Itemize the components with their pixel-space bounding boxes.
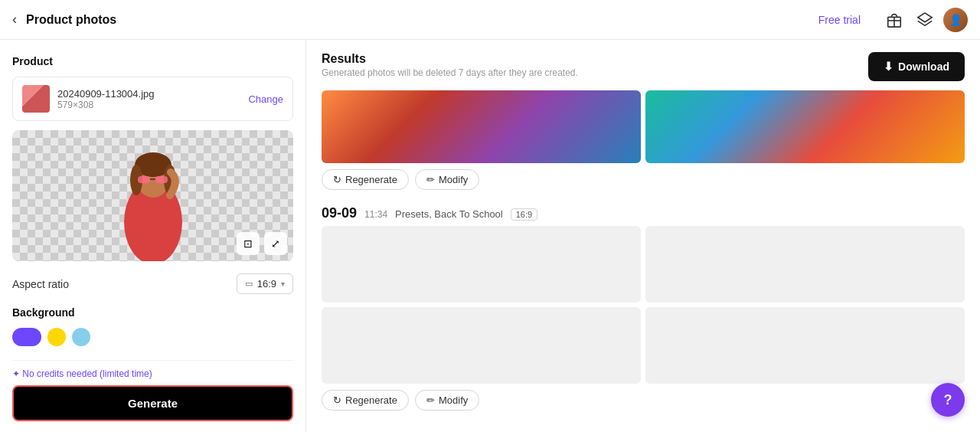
group-time: 11:34 (364, 209, 387, 220)
background-section: Background (12, 306, 293, 352)
regenerate-button-2[interactable]: ↻ Regenerate (322, 390, 409, 411)
modify-label-1: Modify (439, 174, 468, 185)
modify-button-1[interactable]: ✏ Modify (415, 169, 479, 190)
avatar[interactable]: 👤 (943, 8, 968, 32)
regenerate-icon-1: ↻ (333, 174, 341, 185)
color-swatch-blue[interactable] (72, 328, 90, 346)
fullscreen-icon[interactable]: ⤢ (264, 232, 287, 255)
modify-label-2: Modify (439, 394, 468, 406)
result-actions-1: ↻ Regenerate ✏ Modify (322, 169, 965, 190)
aspect-ratio-label: Aspect ratio (12, 278, 237, 290)
modify-icon-1: ✏ (426, 174, 435, 185)
layers-icon[interactable] (913, 8, 937, 32)
result-image-1[interactable] (322, 90, 641, 163)
svg-rect-7 (155, 176, 168, 183)
chevron-down-icon: ▾ (281, 280, 285, 288)
download-label: Download (898, 61, 949, 73)
download-button[interactable]: ⬇ Download (868, 52, 965, 81)
aspect-ratio-row: Aspect ratio ▭ 16:9 ▾ (12, 273, 293, 294)
color-swatch-purple[interactable] (12, 328, 41, 346)
background-section-title: Background (12, 306, 293, 319)
change-button[interactable]: Change (248, 93, 283, 105)
free-trial-link[interactable]: Free trial (818, 14, 861, 26)
help-button[interactable]: ? (931, 383, 965, 417)
product-preview-image (111, 138, 195, 261)
bottom-bar: ✦ No credits needed (limited time) Gener… (12, 360, 293, 432)
group-meta-2: 09-09 11:34 Presets, Back To School 16:9 (322, 205, 965, 221)
page-title: Product photos (26, 13, 818, 27)
left-panel: Product 20240909-113004.jpg 579×308 Chan… (0, 40, 306, 432)
result-image-5[interactable] (322, 307, 641, 384)
credits-note: ✦ No credits needed (limited time) (12, 368, 293, 379)
preview-overlay: ⊡ ⤢ (237, 232, 287, 255)
gift-icon[interactable] (882, 8, 906, 32)
image-preview: ⊡ ⤢ (12, 130, 293, 261)
header: ‹ Product photos Free trial 👤 (0, 0, 980, 40)
results-header-text: Results Generated photos will be deleted… (322, 52, 578, 78)
modify-button-2[interactable]: ✏ Modify (415, 390, 479, 411)
modify-icon-2: ✏ (426, 394, 435, 406)
group-aspect-tag: 16:9 (511, 208, 537, 221)
aspect-ratio-value: 16:9 (257, 278, 276, 290)
result-actions-2: ↻ Regenerate ✏ Modify (322, 390, 965, 411)
expand-icon[interactable]: ⊡ (237, 232, 260, 255)
svg-rect-6 (138, 176, 150, 183)
result-images-row-1 (322, 90, 965, 163)
results-subtitle: Generated photos will be deleted 7 days … (322, 67, 578, 78)
result-group-2: 09-09 11:34 Presets, Back To School 16:9… (322, 205, 965, 411)
result-image-3[interactable] (322, 226, 641, 303)
result-image-4[interactable] (645, 226, 965, 303)
regenerate-label-2: Regenerate (345, 394, 397, 406)
main-layout: Product 20240909-113004.jpg 579×308 Chan… (0, 40, 980, 432)
product-filename: 20240909-113004.jpg (57, 88, 248, 100)
regenerate-label-1: Regenerate (345, 174, 397, 185)
generate-button[interactable]: Generate (12, 385, 293, 421)
color-swatch-yellow[interactable] (47, 328, 66, 346)
group-date: 09-09 (322, 205, 357, 221)
results-title: Results (322, 52, 578, 66)
download-icon: ⬇ (884, 60, 893, 74)
aspect-ratio-select[interactable]: ▭ 16:9 ▾ (237, 273, 293, 294)
product-dimensions: 579×308 (57, 100, 248, 110)
back-button[interactable]: ‹ (12, 11, 17, 28)
group-preset: Presets, Back To School (395, 208, 503, 220)
regenerate-icon-2: ↻ (333, 394, 341, 406)
regenerate-button-1[interactable]: ↻ Regenerate (322, 169, 409, 190)
results-header: Results Generated photos will be deleted… (322, 52, 965, 81)
result-image-6[interactable] (645, 307, 965, 384)
result-image-2[interactable] (645, 90, 965, 163)
result-group-1: ↻ Regenerate ✏ Modify (322, 90, 965, 190)
product-section-title: Product (12, 55, 293, 67)
aspect-ratio-rect-icon: ▭ (245, 279, 253, 289)
result-images-grid (322, 226, 965, 384)
product-file-row: 20240909-113004.jpg 579×308 Change (12, 77, 293, 121)
product-thumbnail (22, 85, 50, 113)
right-panel: Results Generated photos will be deleted… (306, 40, 980, 432)
